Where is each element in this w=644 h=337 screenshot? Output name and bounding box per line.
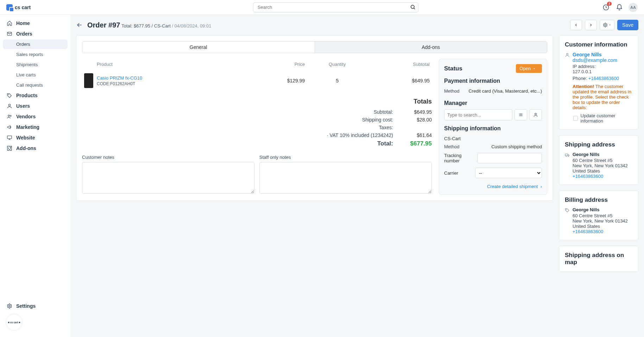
map-card: Shipping address on map xyxy=(559,246,638,272)
map-heading: Shipping address on map xyxy=(565,252,632,266)
col-product: Product xyxy=(95,60,243,70)
payment-method-value: Credit card (Visa, Mastercard, etc...) xyxy=(468,88,542,94)
sidebar-item-orders[interactable]: Orders xyxy=(3,29,68,39)
bill-addr-name: George Nills xyxy=(573,207,628,212)
next-order-button[interactable] xyxy=(585,20,597,30)
status-dropdown[interactable]: Open xyxy=(516,64,542,73)
shipping-address-card: Shipping address George Nills 60 Centre … xyxy=(559,135,638,185)
sidebar-item-addons[interactable]: Add-ons xyxy=(3,143,68,153)
billing-address-card: Billing address George Nills 60 Centre S… xyxy=(559,191,638,240)
sidebar-item-home[interactable]: Home xyxy=(3,18,68,28)
tracking-input[interactable] xyxy=(477,153,542,163)
manager-search-input[interactable] xyxy=(444,109,512,120)
customer-email-link[interactable]: dsds@example.com xyxy=(573,57,617,63)
bill-addr-phone-link[interactable]: +16463863600 xyxy=(573,229,603,234)
tab-addons[interactable]: Add-ons xyxy=(315,42,547,53)
svg-point-4 xyxy=(8,94,8,95)
sidebar-sub-call-requests[interactable]: Call requests xyxy=(3,80,68,90)
total-label: Total: xyxy=(340,140,393,147)
product-table: Product Price Quantity Subtotal xyxy=(82,59,432,91)
col-price: Price xyxy=(244,60,307,70)
sidebar-item-products[interactable]: Products xyxy=(3,91,68,100)
gear-icon xyxy=(6,303,13,309)
prev-order-button[interactable] xyxy=(570,20,582,30)
sidebar-item-settings[interactable]: Settings xyxy=(3,301,68,311)
user-icon xyxy=(565,52,570,57)
tab-general[interactable]: General xyxy=(82,42,315,53)
manager-list-button[interactable] xyxy=(514,109,527,120)
notifications-clock-icon[interactable]: 2 xyxy=(602,3,610,12)
ip-label: IP address: xyxy=(573,64,596,69)
sidebar-item-users[interactable]: Users xyxy=(3,101,68,111)
ship-value: $28.00 xyxy=(407,117,432,123)
manager-heading: Manager xyxy=(444,100,542,106)
ship-addr-country: United States xyxy=(573,168,628,174)
staff-notes-label: Staff only notes xyxy=(259,155,432,160)
right-column: Customer information George Nills dsds@e… xyxy=(559,35,638,272)
save-button[interactable]: Save xyxy=(617,20,638,30)
settings-dropdown-button[interactable] xyxy=(600,20,614,30)
svg-point-0 xyxy=(411,5,414,8)
chevron-right-icon: › xyxy=(539,184,542,189)
topbar-right: 2 AA xyxy=(602,3,638,12)
status-value: Open xyxy=(519,66,531,71)
manager-user-button[interactable] xyxy=(529,109,542,120)
customer-phone-link[interactable]: +16463863600 xyxy=(588,76,619,81)
avatar[interactable]: AA xyxy=(629,3,638,12)
customer-notes-input[interactable] xyxy=(82,162,254,194)
update-customer-checkbox-row[interactable]: Update customer information xyxy=(573,113,632,124)
search-input[interactable] xyxy=(253,2,418,12)
product-thumbnail xyxy=(84,73,93,88)
sidebar-item-marketing[interactable]: Marketing xyxy=(3,122,68,132)
sidebar-item-vendors[interactable]: Vendors xyxy=(3,112,68,121)
payment-method-label: Method xyxy=(444,88,459,94)
ship-addr-name: George Nills xyxy=(573,152,628,157)
tag-icon xyxy=(6,93,13,98)
search-icon[interactable] xyxy=(410,4,416,10)
mini-badge[interactable]: ■ cs cart ■ xyxy=(6,314,64,330)
notes-row: Customer notes Staff only notes xyxy=(82,155,432,195)
tag-icon xyxy=(565,207,570,213)
bill-addr-street: 60 Centre Street #5 xyxy=(573,213,628,218)
sidebar-item-label: Vendors xyxy=(16,114,36,119)
search-wrap xyxy=(70,2,602,12)
puzzle-icon xyxy=(6,145,13,151)
product-name-link[interactable]: Casio PRIZM fx-CG10 xyxy=(97,75,142,81)
subtotal-label: Subtotal: xyxy=(340,109,393,115)
status-panel: Status Open Payment information Method C… xyxy=(439,59,547,195)
checkbox-icon[interactable] xyxy=(573,116,578,121)
svg-point-17 xyxy=(566,156,567,157)
notification-badge: 2 xyxy=(607,2,612,6)
taxes-label: Taxes: xyxy=(340,125,393,130)
carrier-select[interactable]: -- xyxy=(475,168,542,178)
bill-addr-city: New York, New York 01342 xyxy=(573,218,628,224)
back-arrow-icon[interactable] xyxy=(76,21,83,29)
sidebar-item-website[interactable]: Website xyxy=(3,133,68,143)
ship-addr-phone-link[interactable]: +16463863600 xyxy=(573,174,603,179)
logo-mark-icon xyxy=(6,4,13,11)
svg-point-5 xyxy=(8,104,10,106)
create-shipment-link[interactable]: Create detailed shipment › xyxy=(487,184,542,189)
sidebar-sub-sales-reports[interactable]: Sales reports xyxy=(3,50,68,59)
logo-text: cs cart xyxy=(15,5,31,10)
logo[interactable]: cs cart xyxy=(6,4,70,11)
svg-rect-8 xyxy=(7,136,12,139)
sidebar-item-label: Settings xyxy=(16,303,36,309)
svg-point-19 xyxy=(566,209,567,210)
total-value: $677.95 xyxy=(407,140,432,147)
staff-notes-input[interactable] xyxy=(259,162,432,194)
bell-icon[interactable] xyxy=(615,3,624,12)
svg-point-14 xyxy=(535,113,537,115)
sidebar-item-label: Users xyxy=(16,103,30,109)
sidebar-item-label: Marketing xyxy=(16,124,39,130)
tracking-label: Tracking number xyxy=(444,153,477,163)
sidebar-sub-orders[interactable]: Orders xyxy=(3,39,68,49)
product-price: $129.99 xyxy=(244,71,307,90)
ship-method-label: Method xyxy=(444,144,459,149)
sidebar-item-label: Orders xyxy=(16,31,32,37)
sidebar-sub-live-carts[interactable]: Live carts xyxy=(3,70,68,80)
sidebar-sub-shipments[interactable]: Shipments xyxy=(3,60,68,69)
shipping-heading: Shipping information xyxy=(444,125,542,132)
svg-point-6 xyxy=(8,115,10,116)
customer-name-link[interactable]: George Nills xyxy=(573,52,601,57)
